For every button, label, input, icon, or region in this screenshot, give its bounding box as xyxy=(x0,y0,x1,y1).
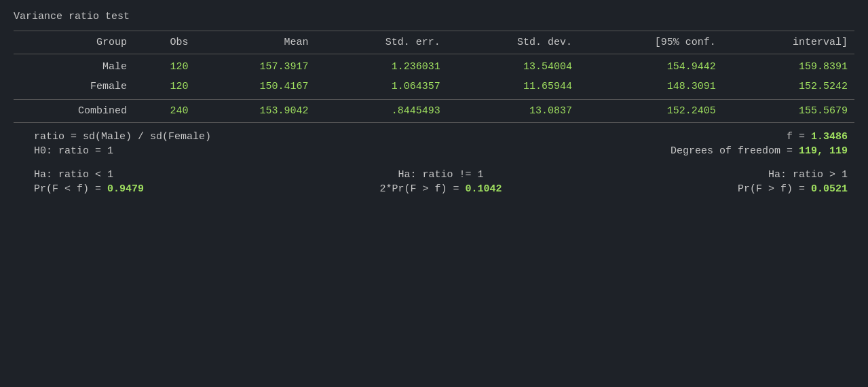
col-header-ci-high: interval] xyxy=(723,31,854,54)
title: Variance ratio test xyxy=(14,11,854,22)
male-stddev: 13.54004 xyxy=(447,54,579,77)
combined-obs: 240 xyxy=(134,100,195,123)
stats-row-1: ratio = sd(Male) / sd(Female) f = 1.3486 xyxy=(14,131,854,143)
hyp1-value: Pr(F < f) = 0.9479 xyxy=(34,183,305,195)
male-stderr: 1.236031 xyxy=(315,54,447,77)
ratio-formula: ratio = sd(Male) / sd(Female) xyxy=(14,131,211,143)
hyp1-prob-value: 0.9479 xyxy=(107,183,144,195)
male-obs: 120 xyxy=(134,54,195,77)
hyp3-value: Pr(F > f) = 0.0521 xyxy=(576,183,848,195)
f-label: f = xyxy=(787,131,805,143)
f-stat: f = 1.3486 xyxy=(787,131,854,143)
f-value: 1.3486 xyxy=(811,131,848,143)
col-header-group: Group xyxy=(14,31,134,54)
hyp1-prob-label: Pr(F < f) = xyxy=(34,183,101,195)
female-stderr: 1.064357 xyxy=(315,77,447,100)
stats-row-2: H0: ratio = 1 Degrees of freedom = 119, … xyxy=(14,145,854,157)
col-header-stddev: Std. dev. xyxy=(447,31,579,54)
hyp2-prob-value: 0.1042 xyxy=(466,183,502,195)
female-ci-high: 152.5242 xyxy=(723,77,854,100)
dof-section: Degrees of freedom = 119, 119 xyxy=(671,145,854,157)
male-mean: 157.3917 xyxy=(195,54,315,77)
female-ci-low: 148.3091 xyxy=(579,77,723,100)
hyp2-value: 2*Pr(F > f) = 0.1042 xyxy=(305,183,577,195)
hyp-col-1: Ha: ratio < 1 Pr(F < f) = 0.9479 xyxy=(14,169,305,195)
male-ci-low: 154.9442 xyxy=(579,54,723,77)
hyp2-label: Ha: ratio != 1 xyxy=(305,169,577,181)
hyp-col-3: Ha: ratio > 1 Pr(F > f) = 0.0521 xyxy=(576,169,854,195)
table-row-female: Female 120 150.4167 1.064357 11.65944 14… xyxy=(14,77,854,100)
hyp2-prob-label: 2*Pr(F > f) = xyxy=(379,183,459,195)
male-group: Male xyxy=(14,54,134,77)
female-mean: 150.4167 xyxy=(195,77,315,100)
variance-ratio-table: Group Obs Mean Std. err. Std. dev. [95% … xyxy=(14,31,854,123)
table-header-row: Group Obs Mean Std. err. Std. dev. [95% … xyxy=(14,31,854,54)
bottom-separator-row xyxy=(14,123,854,124)
col-header-stderr: Std. err. xyxy=(315,31,447,54)
table-row-combined: Combined 240 153.9042 .8445493 13.0837 1… xyxy=(14,100,854,123)
col-header-obs: Obs xyxy=(134,31,195,54)
female-group: Female xyxy=(14,77,134,100)
combined-mean: 153.9042 xyxy=(195,100,315,123)
hyp3-label: Ha: ratio > 1 xyxy=(576,169,848,181)
hyp-col-2: Ha: ratio != 1 2*Pr(F > f) = 0.1042 xyxy=(305,169,577,195)
male-ci-high: 159.8391 xyxy=(723,54,854,77)
dof-label: Degrees of freedom = xyxy=(671,145,793,157)
combined-group: Combined xyxy=(14,100,134,123)
col-header-ci-low: [95% conf. xyxy=(579,31,723,54)
female-obs: 120 xyxy=(134,77,195,100)
female-stddev: 11.65944 xyxy=(447,77,579,100)
combined-stderr: .8445493 xyxy=(315,100,447,123)
table-row-male: Male 120 157.3917 1.236031 13.54004 154.… xyxy=(14,54,854,77)
hyp3-prob-value: 0.0521 xyxy=(811,183,848,195)
hyp3-prob-label: Pr(F > f) = xyxy=(738,183,805,195)
hypothesis-section: Ha: ratio < 1 Pr(F < f) = 0.9479 Ha: rat… xyxy=(14,169,854,195)
dof-value: 119, 119 xyxy=(799,145,848,157)
combined-ci-high: 155.5679 xyxy=(723,100,854,123)
h0-label: H0: ratio = 1 xyxy=(14,145,113,157)
col-header-mean: Mean xyxy=(195,31,315,54)
combined-ci-low: 152.2405 xyxy=(579,100,723,123)
combined-stddev: 13.0837 xyxy=(447,100,579,123)
hyp1-label: Ha: ratio < 1 xyxy=(34,169,305,181)
stats-section: ratio = sd(Male) / sd(Female) f = 1.3486… xyxy=(14,131,854,157)
